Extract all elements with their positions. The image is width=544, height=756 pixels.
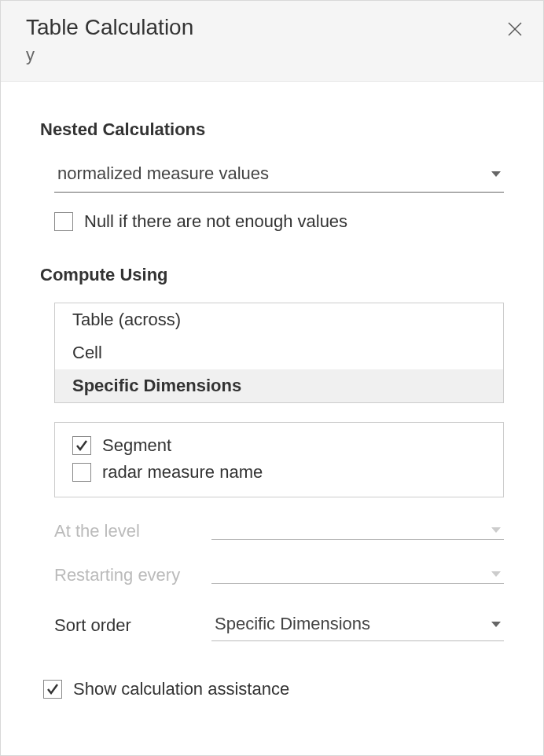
compute-option-cell[interactable]: Cell	[55, 336, 503, 369]
restarting-dropdown	[211, 567, 504, 584]
at-level-dropdown	[211, 523, 504, 540]
assistance-row: Show calculation assistance	[43, 679, 504, 699]
compute-using-section: Compute Using Table (across) Cell Specif…	[40, 265, 504, 641]
chevron-down-icon	[491, 571, 501, 577]
at-level-label: At the level	[54, 521, 211, 541]
null-values-label: Null if there are not enough values	[84, 211, 347, 232]
dimension-row-radar: radar measure name	[72, 459, 486, 486]
sort-order-label: Sort order	[54, 615, 211, 636]
chevron-down-icon	[491, 527, 501, 533]
dialog-title: Table Calculation	[26, 15, 521, 40]
table-calculation-dialog: Table Calculation y Nested Calculations …	[0, 0, 544, 756]
dimensions-box: Segment radar measure name	[54, 422, 504, 497]
sort-order-value: Specific Dimensions	[215, 614, 370, 634]
checkmark-icon	[46, 682, 60, 696]
assistance-label: Show calculation assistance	[73, 679, 289, 699]
null-values-checkbox[interactable]	[54, 212, 73, 231]
dimension-row-segment: Segment	[72, 432, 486, 459]
sort-order-dropdown[interactable]: Specific Dimensions	[211, 609, 504, 641]
chevron-down-icon	[491, 622, 501, 627]
nested-calculations-label: Nested Calculations	[40, 119, 504, 140]
compute-option-specific-dimensions[interactable]: Specific Dimensions	[55, 369, 503, 402]
null-values-row: Null if there are not enough values	[54, 211, 504, 232]
nested-dropdown-value: normalized measure values	[57, 163, 269, 184]
dialog-subtitle: y	[26, 45, 521, 65]
at-level-row: At the level	[54, 521, 504, 541]
chevron-down-icon	[491, 171, 501, 177]
nested-calculations-dropdown[interactable]: normalized measure values	[54, 157, 504, 193]
dimension-radar-label: radar measure name	[102, 462, 263, 483]
restarting-label: Restarting every	[54, 565, 211, 585]
dialog-header: Table Calculation y	[1, 1, 543, 82]
dimension-segment-label: Segment	[102, 435, 171, 456]
compute-option-table-across[interactable]: Table (across)	[55, 303, 503, 336]
checkmark-icon	[75, 439, 89, 453]
dimension-segment-checkbox[interactable]	[72, 436, 91, 455]
sort-order-row: Sort order Specific Dimensions	[54, 609, 504, 641]
compute-using-listbox: Table (across) Cell Specific Dimensions	[54, 303, 504, 403]
dimension-radar-checkbox[interactable]	[72, 463, 91, 482]
assistance-checkbox[interactable]	[43, 680, 62, 699]
dialog-body: Nested Calculations normalized measure v…	[1, 82, 543, 723]
close-button[interactable]	[505, 20, 524, 39]
restarting-row: Restarting every	[54, 565, 504, 585]
compute-using-label: Compute Using	[40, 265, 504, 285]
close-icon	[507, 21, 523, 37]
